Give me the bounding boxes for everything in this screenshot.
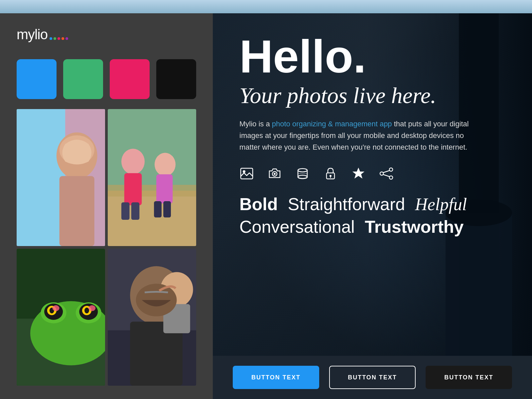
svg-rect-6 [108,191,196,246]
description-text: Mylio is a photo organizing & management… [239,118,472,153]
svg-rect-10 [121,202,130,220]
svg-point-28 [88,305,95,311]
right-content: Hello. Your photos live here. Mylio is a… [213,13,532,399]
logo-dots [50,37,68,40]
bottom-bar: BUTTON TEXT BUTTON TEXT BUTTON TEXT [213,356,532,399]
star-icon [351,166,366,181]
lock-icon [323,166,338,181]
svg-point-44 [298,169,307,172]
brand-conversational: Conversational [239,217,355,237]
brand-words: Bold Straightforward Helpful Conversatio… [239,194,505,237]
brand-bold: Bold [239,194,278,214]
button-blue[interactable]: BUTTON TEXT [233,366,319,389]
swatch-black[interactable] [156,59,196,99]
svg-line-54 [383,171,389,173]
icons-row [239,166,505,181]
svg-point-53 [380,172,383,175]
button-dark[interactable]: BUTTON TEXT [426,366,512,389]
brand-line-1: Bold Straightforward Helpful [239,194,505,214]
svg-rect-13 [156,174,173,203]
brand-line-2: Conversational Trustworthy [239,217,505,237]
svg-rect-14 [154,201,162,217]
svg-rect-11 [131,202,140,220]
brand-straightforward: Straightforward [288,194,405,214]
svg-rect-40 [241,168,253,179]
hard-drive-icon [295,166,310,181]
color-swatches [17,59,196,99]
description-start: Mylio is a [239,120,272,128]
photo-grid [17,109,196,386]
svg-rect-7 [108,185,196,197]
svg-point-26 [84,308,89,314]
svg-rect-9 [124,173,142,205]
svg-point-51 [389,168,393,171]
dot-3 [58,37,60,40]
dot-5 [66,37,68,40]
right-panel: Hello. Your photos live here. Mylio is a… [213,13,532,399]
svg-marker-50 [352,168,364,179]
left-panel: mylio [0,13,213,399]
dot-1 [50,37,52,40]
description-highlight: photo organizing & management app [272,120,392,128]
logo-text: mylio [17,27,48,43]
logo-area: mylio [17,27,196,43]
swatch-pink[interactable] [110,59,150,99]
photo-woman [17,109,105,246]
svg-point-8 [121,149,145,174]
dot-4 [62,37,64,40]
image-icon [239,166,254,181]
photo-frog [17,249,105,386]
svg-point-45 [298,175,307,179]
photo-father-son [108,249,196,386]
svg-point-52 [389,176,393,179]
svg-rect-15 [163,201,171,217]
brand-trustworthy: Trustworthy [365,217,464,237]
svg-line-55 [383,175,389,177]
hello-heading: Hello. [239,33,505,80]
svg-point-27 [53,305,60,311]
svg-point-43 [274,173,276,175]
brand-helpful: Helpful [415,195,467,214]
dot-2 [54,37,56,40]
button-outline[interactable]: BUTTON TEXT [329,366,416,389]
top-bar [0,0,532,13]
swatch-green[interactable] [63,59,103,99]
tagline-heading: Your photos live here. [239,83,505,108]
svg-rect-3 [60,176,94,246]
camera-icon [267,166,282,181]
main-container: mylio [0,13,532,399]
photo-kids [108,109,196,246]
swatch-blue[interactable] [17,59,57,99]
share-icon [379,166,394,181]
svg-point-12 [155,153,176,176]
